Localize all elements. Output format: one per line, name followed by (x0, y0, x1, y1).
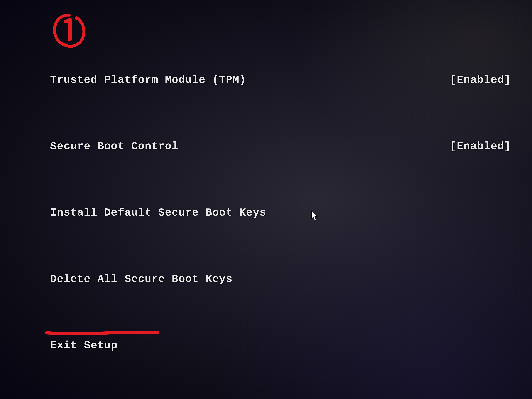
menu-item-tpm[interactable]: Trusted Platform Module (TPM) [Enabled] (50, 74, 519, 86)
bios-security-menu: Trusted Platform Module (TPM) [Enabled] … (50, 74, 519, 399)
menu-label-install-default-keys: Install Default Secure Boot Keys (50, 207, 266, 219)
menu-item-delete-all-keys[interactable]: Delete All Secure Boot Keys (50, 273, 519, 285)
annotation-underline (45, 329, 160, 337)
menu-label-delete-all-keys: Delete All Secure Boot Keys (50, 273, 233, 285)
menu-label-tpm: Trusted Platform Module (TPM) (50, 74, 246, 86)
menu-label-secure-boot-control: Secure Boot Control (50, 140, 178, 152)
mouse-cursor-icon (311, 210, 319, 222)
menu-value-tpm: [Enabled] (450, 74, 511, 86)
menu-item-secure-boot-control[interactable]: Secure Boot Control [Enabled] (50, 140, 519, 152)
annotation-number-badge (50, 12, 87, 49)
menu-label-exit-setup: Exit Setup (50, 339, 118, 352)
menu-item-exit-setup[interactable]: Exit Setup (50, 339, 519, 352)
menu-value-secure-boot-control: [Enabled] (450, 140, 511, 152)
menu-item-install-default-keys[interactable]: Install Default Secure Boot Keys (50, 207, 519, 219)
